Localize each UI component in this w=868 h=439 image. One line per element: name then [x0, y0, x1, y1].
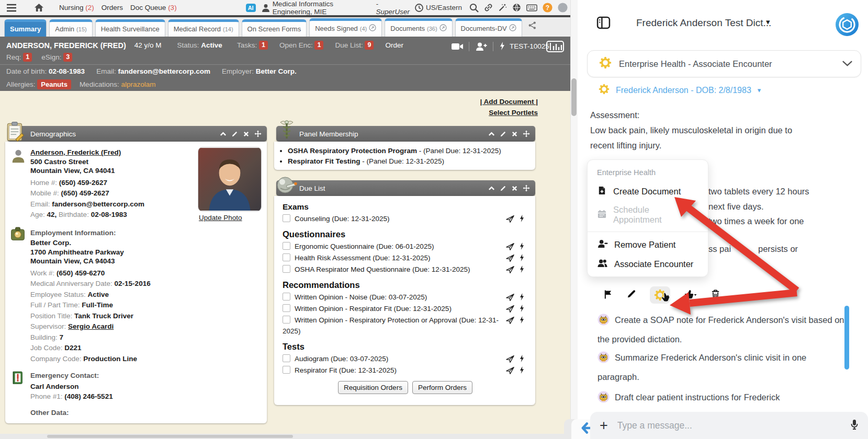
tab-admin[interactable]: Admin(15): [49, 19, 92, 37]
globe-icon[interactable]: [512, 3, 521, 12]
avatar-circle-icon[interactable]: [558, 3, 568, 13]
tab-summary[interactable]: Summary: [4, 19, 47, 37]
checkbox[interactable]: [283, 354, 290, 362]
wand-icon[interactable]: [498, 3, 507, 12]
move-icon[interactable]: [523, 130, 530, 139]
checkbox[interactable]: [283, 293, 290, 301]
attach-plus-icon[interactable]: +: [600, 419, 608, 433]
edit-icon[interactable]: [500, 185, 506, 193]
tab-medical-record[interactable]: Medical Record(14): [168, 19, 239, 37]
collapse-icon[interactable]: [488, 131, 495, 139]
checkbox[interactable]: [283, 304, 290, 312]
conversation-caret-icon[interactable]: ▾: [766, 17, 770, 27]
nav-doc-queue[interactable]: Doc Queue (3): [130, 4, 177, 11]
menu-item-schedule-appointment[interactable]: Schedule Appointment: [588, 201, 708, 228]
tab-on-screen-forms[interactable]: On Screen Forms: [242, 19, 307, 37]
search-icon[interactable]: [469, 3, 479, 13]
main-vertical-scroll-thumb[interactable]: [571, 78, 577, 116]
chat-message-input[interactable]: [616, 420, 842, 432]
suggested-prompt[interactable]: Create a SOAP note for Frederick Anderso…: [598, 311, 846, 348]
perform-bolt-icon[interactable]: [519, 316, 525, 328]
suggested-prompt[interactable]: Draft clear patient instructions for Fre…: [598, 389, 846, 408]
tab-documents-dv[interactable]: Documents-DV: [455, 18, 522, 37]
demographics-portlet-header[interactable]: Demographics: [7, 126, 267, 142]
edit-message-icon[interactable]: [626, 289, 636, 301]
move-icon[interactable]: [254, 130, 262, 139]
patient-name-link[interactable]: Anderson, Frederick (Fred): [30, 148, 121, 156]
chat-scroll-thumb[interactable]: [844, 306, 849, 369]
checkbox[interactable]: [283, 316, 290, 324]
checkbox[interactable]: [283, 242, 290, 250]
order-menu[interactable]: Order: [385, 41, 403, 49]
conversation-title[interactable]: Frederick Anderson Test Dict...: [636, 17, 771, 29]
keyboard-icon[interactable]: [526, 4, 537, 11]
perform-orders-button[interactable]: Perform Orders: [412, 381, 472, 394]
requisition-orders-button[interactable]: Requisition Orders: [338, 381, 408, 394]
hamburger-menu-icon[interactable]: [6, 4, 17, 12]
send-order-icon[interactable]: [505, 265, 515, 278]
open-enc-badge[interactable]: 1: [314, 41, 323, 50]
menu-item-create-document[interactable]: Create Document: [588, 182, 708, 201]
select-portlets-link[interactable]: Select Portlets: [489, 109, 538, 117]
add-person-icon[interactable]: [475, 42, 488, 53]
quick-action-bolt-icon[interactable]: [499, 41, 505, 52]
close-icon[interactable]: [511, 185, 518, 193]
perform-bolt-icon[interactable]: [519, 214, 525, 227]
help-icon[interactable]: ?: [543, 3, 553, 13]
checkbox[interactable]: [283, 265, 290, 273]
update-photo-link[interactable]: Update Photo: [199, 214, 242, 222]
send-order-icon[interactable]: [505, 366, 515, 378]
popout-icon[interactable]: [439, 24, 447, 33]
nav-nursing[interactable]: Nursing (2): [59, 4, 94, 11]
menu-item-remove-patient[interactable]: Remove Patient: [588, 235, 708, 255]
add-document-link[interactable]: | Add Document |: [480, 98, 538, 106]
popout-icon[interactable]: [509, 24, 516, 33]
tab-health-surveillance[interactable]: Health Surveillance: [95, 19, 165, 37]
checkbox[interactable]: [283, 214, 290, 222]
feedback-thumbs-icon[interactable]: [684, 289, 697, 302]
chart-metrics-icon[interactable]: [546, 41, 564, 54]
patient-caret-icon[interactable]: ▾: [758, 86, 761, 94]
checkbox[interactable]: [283, 253, 290, 261]
edit-icon[interactable]: [500, 131, 506, 139]
sidebar-toggle-icon[interactable]: [596, 16, 611, 32]
edit-icon[interactable]: [231, 131, 238, 139]
menu-item-associate-encounter[interactable]: Associate Encounter: [588, 255, 708, 274]
perform-bolt-icon[interactable]: [519, 366, 525, 378]
panel-membership-portlet-header[interactable]: Panel Membership: [276, 126, 535, 142]
timezone-label[interactable]: US/Eastern: [426, 4, 462, 11]
checkbox[interactable]: [283, 366, 290, 374]
chat-patient-selector[interactable]: Frederick Anderson - DOB: 2/8/1983 ▾: [599, 84, 761, 97]
link-icon[interactable]: [484, 3, 493, 12]
close-icon[interactable]: [243, 131, 250, 139]
chevron-down-icon[interactable]: [842, 59, 852, 68]
agent-selector[interactable]: Enterprise Health - Associate Encounter: [587, 50, 861, 77]
req-badge[interactable]: 1: [23, 53, 32, 62]
tab-needs-signed[interactable]: Needs Signed(4): [309, 18, 382, 37]
due-list-badge[interactable]: 9: [365, 41, 374, 50]
send-order-icon[interactable]: [505, 316, 515, 328]
main-horizontal-scroll-thumb[interactable]: [47, 435, 293, 438]
microphone-icon[interactable]: [850, 419, 859, 432]
medication-link[interactable]: alprazolam: [121, 80, 155, 88]
perform-bolt-icon[interactable]: [519, 265, 525, 278]
esign-badge[interactable]: 3: [63, 53, 72, 62]
popout-icon[interactable]: [369, 24, 376, 33]
send-order-icon[interactable]: [505, 214, 515, 227]
home-icon[interactable]: [34, 3, 44, 12]
allergy-badge[interactable]: Peanuts: [37, 79, 71, 89]
close-icon[interactable]: [511, 131, 518, 139]
org-name[interactable]: Medical Informatics Engineering, MIE: [273, 0, 372, 16]
agent-actions-gear-button[interactable]: [650, 286, 670, 304]
delete-message-icon[interactable]: [711, 289, 720, 301]
ai-badge[interactable]: AI: [246, 4, 256, 12]
tasks-count-badge[interactable]: 1: [259, 41, 268, 50]
collapse-icon[interactable]: [488, 185, 495, 193]
due-list-portlet-header[interactable]: Due List: [276, 180, 535, 196]
video-visit-icon[interactable]: [451, 42, 464, 52]
collapse-icon[interactable]: [220, 131, 227, 139]
tab-documents[interactable]: Documents(36): [385, 18, 452, 37]
move-icon[interactable]: [523, 184, 530, 193]
main-vertical-scrollbar[interactable]: [570, 0, 578, 439]
share-tabs-icon[interactable]: [528, 21, 537, 32]
